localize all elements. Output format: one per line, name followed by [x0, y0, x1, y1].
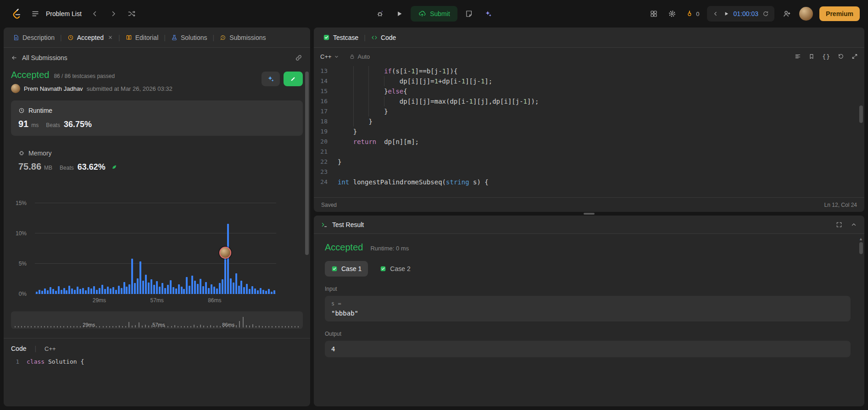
code-line: 23 [314, 167, 864, 177]
input-value: "bbbab" [331, 310, 844, 317]
timer-play-icon[interactable] [723, 11, 729, 17]
tab-code[interactable]: Code [368, 28, 399, 47]
tab-accepted[interactable]: Accepted [65, 28, 116, 47]
premium-button[interactable]: Premium [819, 6, 860, 21]
all-submissions-link[interactable]: All Submissions [22, 54, 67, 61]
chart-bar [110, 288, 111, 294]
tab-description[interactable]: Description [10, 28, 57, 47]
leetcode-logo-icon[interactable] [8, 6, 24, 22]
submit-button[interactable]: Submit [411, 6, 457, 22]
runtime-distribution-chart[interactable]: 0%5%10%15% 29ms57ms86ms [11, 203, 303, 305]
autocomplete-toggle[interactable]: Auto [349, 53, 370, 60]
user-avatar[interactable] [799, 7, 813, 21]
memory-metric-card[interactable]: Memory 75.86 MB Beats 63.62% [11, 143, 303, 178]
runtime-beats-label: Beats [46, 122, 60, 128]
runtime-metric-card[interactable]: Runtime 91 ms Beats 36.75% [11, 100, 303, 136]
tab-testcase[interactable]: Testcase [320, 28, 361, 47]
test-result-title: Test Result [332, 221, 364, 228]
language-selector[interactable]: C++ [320, 53, 339, 60]
back-arrow-icon[interactable] [11, 55, 17, 61]
author-name[interactable]: Prem Navnath Jadhav [24, 85, 83, 92]
mini-chart-bar [24, 326, 25, 327]
panel-resize-handle[interactable] [314, 212, 864, 216]
scroll-up-icon[interactable]: ▲ [859, 237, 863, 241]
memory-value: 75.86 [18, 161, 41, 172]
chart-brush-minimap[interactable]: 29ms57ms86ms [11, 311, 303, 329]
case-1-button[interactable]: Case 1 [325, 261, 368, 277]
braces-icon[interactable] [822, 53, 830, 60]
memory-unit: MB [44, 165, 52, 171]
editor-scrollbar[interactable] [859, 105, 863, 123]
expand-editor-icon[interactable] [851, 53, 858, 60]
chart-bar [63, 288, 65, 294]
mini-chart-bar [109, 326, 110, 327]
shuffle-icon[interactable] [124, 6, 139, 22]
mini-chart-bar [259, 326, 260, 327]
undo-icon[interactable] [838, 53, 844, 60]
bookmark-icon[interactable] [808, 53, 815, 60]
ai-analyze-button[interactable] [262, 72, 280, 86]
left-panel-tabs: Description Accepted Editorial [4, 28, 310, 48]
mini-chart-bar [41, 326, 42, 327]
settings-gear-icon[interactable] [664, 6, 680, 22]
problem-list-menu-icon[interactable] [28, 6, 43, 22]
streak-counter[interactable]: 0 [683, 10, 702, 18]
ai-sparkles-icon[interactable] [480, 6, 496, 22]
runtime-marker-avatar[interactable] [219, 247, 231, 259]
mini-chart-bar [135, 325, 136, 327]
tab-submissions[interactable]: Submissions [217, 28, 268, 47]
chart-bar [178, 284, 180, 294]
lock-icon [349, 54, 355, 60]
code-editor[interactable]: 13 if(s[i-1]==b[j-1]){14 dp[i][j]=1+dp[i… [314, 65, 864, 197]
flame-icon [685, 10, 694, 18]
format-code-icon[interactable] [795, 53, 801, 60]
tab-solutions[interactable]: Solutions [168, 28, 210, 47]
prev-problem-icon[interactable] [87, 6, 103, 22]
result-scrollbar[interactable] [859, 242, 863, 254]
code-section-language: C++ [45, 345, 56, 352]
chart-bar [47, 290, 49, 294]
chart-bar [71, 288, 73, 294]
mini-chart-bar [295, 326, 295, 327]
workspace: Description Accepted Editorial [4, 28, 864, 406]
timer-collapse-icon[interactable] [712, 11, 719, 17]
copy-link-icon[interactable] [295, 54, 303, 62]
timer-reset-icon[interactable] [762, 11, 769, 17]
output-box[interactable]: 4 [325, 341, 851, 357]
memory-label: Memory [28, 150, 52, 157]
edit-solution-button[interactable] [284, 72, 303, 86]
chart-bar [128, 284, 130, 294]
problem-list-link[interactable]: Problem List [46, 10, 82, 17]
runtime-unit: ms [31, 122, 39, 128]
tab-editorial[interactable]: Editorial [123, 28, 161, 47]
mini-chart-bar [15, 326, 16, 327]
input-box[interactable]: s = "bbbab" [325, 296, 851, 321]
testcase-check-icon [323, 34, 330, 41]
chart-bar [265, 291, 267, 294]
chevron-down-icon [334, 54, 339, 59]
notes-icon[interactable] [461, 6, 477, 22]
mini-chart-bar [18, 326, 19, 327]
clock-icon [67, 34, 74, 41]
left-panel-scrollbar[interactable] [305, 72, 309, 255]
mini-chart-bar [57, 326, 58, 327]
timer-widget[interactable]: 01:00:03 [707, 6, 775, 22]
chart-bar [107, 287, 109, 294]
tab-label: Submissions [229, 34, 266, 41]
chart-bar [139, 261, 141, 294]
next-problem-icon[interactable] [106, 6, 121, 22]
chart-bar [227, 224, 229, 294]
run-icon[interactable] [391, 6, 407, 22]
case-check-icon [380, 266, 386, 272]
debug-icon[interactable] [372, 6, 388, 22]
runtime-clock-icon [18, 107, 25, 114]
layout-grid-icon[interactable] [646, 6, 662, 22]
close-tab-icon[interactable] [108, 35, 113, 40]
mini-chart-bar [60, 326, 61, 327]
chart-bar [137, 278, 139, 294]
fullscreen-icon[interactable] [836, 222, 842, 228]
add-collaborator-icon[interactable] [779, 6, 795, 22]
case-2-button[interactable]: Case 2 [373, 261, 417, 277]
mini-chart-bar [265, 326, 266, 327]
collapse-panel-icon[interactable] [851, 222, 857, 228]
